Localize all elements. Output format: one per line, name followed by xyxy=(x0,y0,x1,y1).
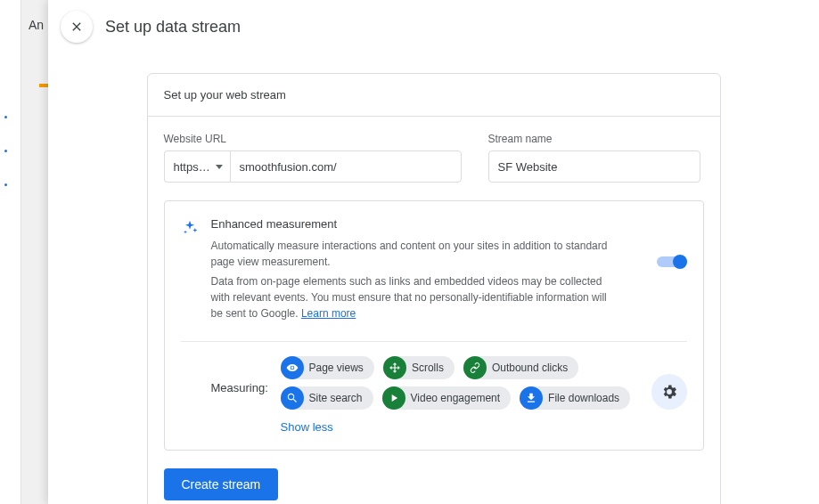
create-stream-button[interactable]: Create stream xyxy=(164,468,279,500)
show-less-link[interactable]: Show less xyxy=(281,420,687,434)
enhanced-toggle[interactable] xyxy=(657,253,687,325)
chip-label: Outbound clicks xyxy=(492,362,568,374)
chip-site-search: Site search xyxy=(281,386,373,410)
play-icon xyxy=(382,386,405,410)
chip-video-engagement: Video engagement xyxy=(382,386,512,410)
eye-icon xyxy=(281,356,304,379)
bg-app-label: An xyxy=(29,18,44,32)
card-header: Set up your web stream xyxy=(148,74,720,117)
chip-label: File downloads xyxy=(548,392,619,404)
scroll-icon xyxy=(383,356,406,379)
gear-icon xyxy=(660,383,678,401)
chevron-down-icon xyxy=(216,165,223,169)
measuring-label: Measuring: xyxy=(211,354,281,410)
learn-more-link[interactable]: Learn more xyxy=(301,307,356,320)
close-button[interactable] xyxy=(61,11,93,43)
stream-name-label: Stream name xyxy=(488,133,700,145)
chip-outbound-clicks: Outbound clicks xyxy=(463,356,578,379)
settings-button[interactable] xyxy=(651,374,687,410)
chip-file-downloads: File downloads xyxy=(520,386,630,410)
panel-title: Set up data stream xyxy=(105,18,241,37)
url-label: Website URL xyxy=(164,133,462,145)
svg-point-1 xyxy=(673,255,687,269)
stream-card: Set up your web stream Website URL https… xyxy=(147,73,721,504)
close-icon xyxy=(70,20,84,34)
sparkle-icon xyxy=(181,219,199,325)
url-input[interactable] xyxy=(230,150,462,183)
enhanced-title: Enhanced measurement xyxy=(211,217,648,231)
protocol-select[interactable]: https… xyxy=(164,150,230,183)
protocol-value: https… xyxy=(174,160,210,174)
chip-label: Site search xyxy=(309,392,363,404)
enhanced-measurement-box: Enhanced measurement Automatically measu… xyxy=(164,200,704,451)
chip-page-views: Page views xyxy=(281,356,374,379)
chip-label: Page views xyxy=(309,362,364,374)
stream-name-input[interactable] xyxy=(488,150,700,183)
chip-label: Video engagement xyxy=(411,392,501,404)
chip-scrolls: Scrolls xyxy=(383,356,455,379)
enhanced-desc-1: Automatically measure interactions and c… xyxy=(211,238,621,270)
download-icon xyxy=(520,386,543,410)
link-icon xyxy=(463,356,487,379)
chip-label: Scrolls xyxy=(412,362,444,374)
enhanced-desc-2: Data from on-page elements such as links… xyxy=(211,275,607,320)
setup-panel: Set up data stream Set up your web strea… xyxy=(48,0,819,504)
search-icon xyxy=(281,386,304,410)
